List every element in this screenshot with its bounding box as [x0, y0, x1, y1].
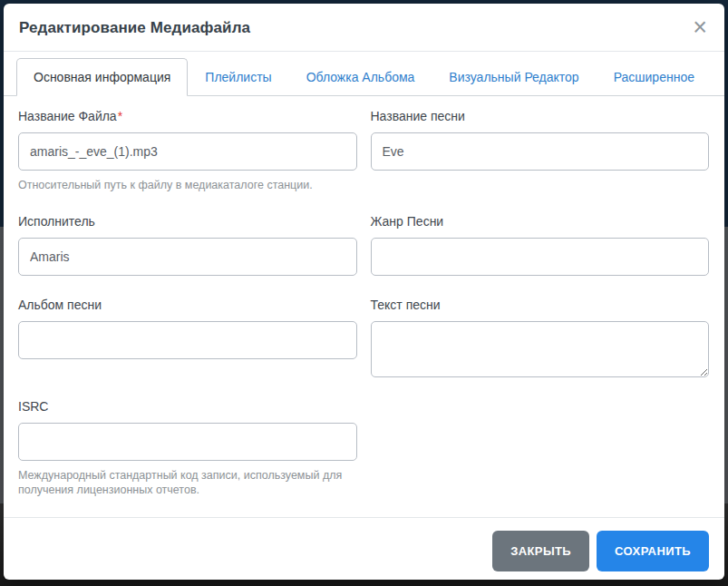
field-album: Альбом песни [18, 296, 357, 359]
tab-basic-info[interactable]: Основная информация [16, 58, 188, 96]
isrc-help: Международный стандартный код записи, ис… [18, 468, 357, 497]
genre-label: Жанр Песни [371, 212, 710, 230]
tab-playlists[interactable]: Плейлисты [188, 58, 288, 96]
song-title-label: Название песни [371, 107, 710, 125]
file-name-label: Название Файла* [18, 107, 357, 125]
field-artist: Исполнитель [18, 212, 357, 276]
album-input[interactable] [18, 321, 357, 359]
modal-footer: ЗАКРЫТЬ СОХРАНИТЬ [4, 517, 724, 580]
edit-media-modal: Редактирование Медиафайла × Основная инф… [4, 4, 724, 580]
field-file-name: Название Файла* Относительный путь к фай… [18, 107, 357, 192]
modal-header: Редактирование Медиафайла × [4, 4, 724, 52]
tab-advanced[interactable]: Расширенное [597, 58, 712, 96]
tab-visual-editor[interactable]: Визуальный Редактор [432, 58, 596, 96]
isrc-input[interactable] [18, 423, 357, 461]
file-name-input[interactable] [18, 132, 357, 171]
field-lyrics: Текст песни [371, 296, 710, 377]
file-name-label-text: Название Файла [18, 109, 117, 123]
lyrics-textarea[interactable] [371, 321, 710, 377]
artist-label: Исполнитель [18, 212, 357, 230]
lyrics-label: Текст песни [371, 296, 710, 314]
file-name-help: Относительный путь к файлу в медиакатало… [18, 178, 357, 192]
required-asterisk: * [118, 109, 122, 123]
field-genre: Жанр Песни [371, 212, 710, 276]
field-isrc: ISRC Международный стандартный код запис… [18, 397, 357, 497]
album-label: Альбом песни [18, 296, 357, 314]
song-title-input[interactable] [371, 132, 710, 171]
tab-album-art[interactable]: Обложка Альбома [289, 58, 432, 96]
tab-bar: Основная информация Плейлисты Обложка Ал… [4, 52, 724, 96]
close-button[interactable]: ЗАКРЫТЬ [492, 531, 589, 571]
close-icon[interactable]: × [689, 15, 711, 40]
isrc-label: ISRC [18, 397, 357, 415]
form-grid: Название Файла* Относительный путь к фай… [18, 107, 709, 517]
modal-body: Название Файла* Относительный путь к фай… [4, 96, 724, 517]
modal-title: Редактирование Медиафайла [19, 19, 250, 37]
save-button[interactable]: СОХРАНИТЬ [597, 531, 709, 571]
artist-input[interactable] [18, 238, 357, 276]
genre-input[interactable] [371, 238, 710, 276]
field-song-title: Название песни [371, 107, 710, 171]
